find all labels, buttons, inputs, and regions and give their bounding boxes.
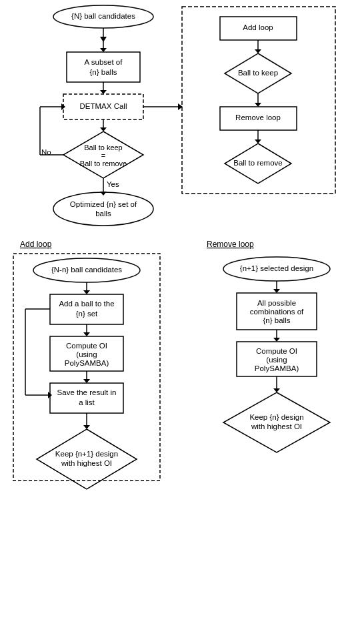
diagram-container: {N} ball candidates A subset of {n} ball… [0,0,364,618]
br-node2a: All possible [257,299,296,307]
svg-point-20 [53,192,153,226]
bl-node3c: PolySAMBA) [65,359,109,367]
right-ball-remove: Ball to remove [233,159,283,167]
label-add-loop: Add loop [20,240,52,249]
diamond-eq: = [101,151,105,160]
br-node1: {n+1} selected design [240,264,313,272]
svg-marker-38 [83,332,90,336]
bl-node3a: Compute OI [66,342,107,350]
node-subset2: {n} balls [90,68,117,76]
node-optimized: Optimized {n} set of [70,200,137,208]
svg-marker-35 [83,290,90,294]
main-svg: {N} ball candidates A subset of {n} ball… [0,0,364,618]
bl-diamond2: with highest OI [61,459,112,467]
svg-marker-1 [100,37,107,42]
diamond-ball-remove: Ball to remove [80,160,127,168]
svg-marker-48 [83,425,90,429]
svg-marker-4 [100,48,107,52]
br-node3b: (using [266,356,287,364]
bl-node3b: (using [76,350,97,358]
svg-marker-52 [273,289,280,293]
bl-node2a: Add a ball to the [59,300,114,308]
br-node2b: combinations of [250,308,304,316]
diamond-ball-keep: Ball to keep [84,143,122,151]
br-node3a: Compute OI [256,347,297,355]
br-node3c: PolySAMBA) [255,364,299,372]
node-subset: A subset of [85,58,123,66]
svg-marker-58 [273,388,280,392]
label-remove-loop: Remove loop [207,240,254,249]
bl-node2b: {n} set [76,310,98,318]
label-yes: Yes [107,180,119,188]
svg-marker-7 [100,90,107,94]
svg-marker-27 [255,103,261,107]
svg-marker-41 [83,379,90,383]
right-ball-keep: Ball to keep [238,69,278,77]
right-add-loop: Add loop [243,23,273,31]
svg-marker-55 [273,338,280,342]
svg-marker-30 [255,139,261,143]
svg-marker-12 [100,127,107,131]
br-diamond2: with highest OI [251,422,302,430]
bl-node1: {N-n} ball candidates [51,266,122,274]
svg-marker-24 [255,49,261,53]
br-diamond1: Keep {n} design [249,413,303,421]
bl-node4b: a list [79,398,95,406]
node-detmax: DETMAX Call [80,102,127,110]
svg-rect-5 [67,52,140,82]
br-node2c: {n} balls [263,316,291,324]
node-optimized2: balls [95,210,111,218]
bl-diamond1: Keep {n+1} design [55,450,118,458]
bl-node4a: Save the result in [57,388,117,396]
node-n-ball-candidates: {N} ball candidates [71,12,135,20]
right-remove-loop: Remove loop [235,113,281,121]
